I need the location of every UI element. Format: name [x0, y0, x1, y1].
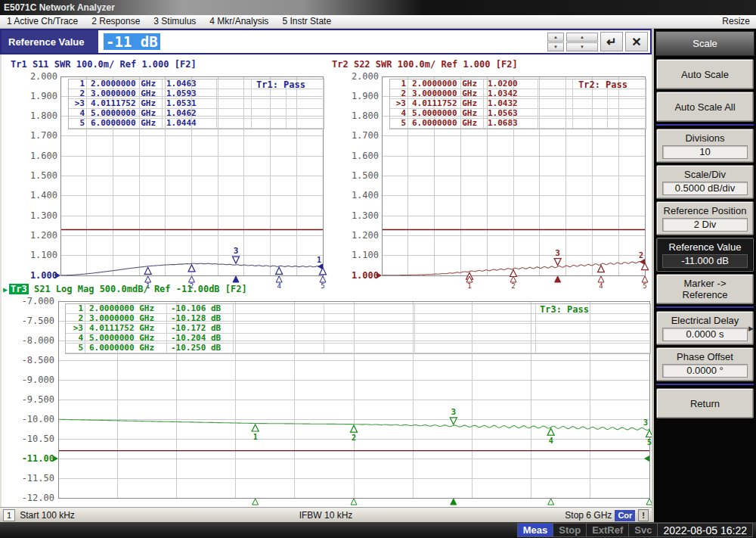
active-trace-arrow-icon: ▶	[3, 285, 8, 294]
tr2-marker-5-triangle[interactable]	[642, 263, 649, 270]
tr3-right-edge-arrow-icon	[644, 456, 649, 462]
menu-item-2[interactable]: 2 Response	[85, 15, 147, 28]
tr2-marker-5-axis-label: 5	[643, 282, 646, 290]
tr2-marker-2-axis-indicator	[510, 276, 516, 282]
menu-item-3[interactable]: 3 Stimulus	[147, 15, 203, 28]
tr2-trace-name: Tr2	[332, 59, 349, 70]
menu-bar: 1 Active Ch/Trace2 Response3 Stimulus4 M…	[0, 15, 756, 29]
tr1-marker-row-5-empty	[252, 119, 287, 129]
tr2-marker-2-axis-label: 2	[511, 282, 515, 290]
softkey-phase-offset[interactable]: Phase Offset0.0000 °	[656, 347, 754, 381]
tr1-marker-row-3-number: >3	[69, 99, 87, 109]
tr3-marker-2-triangle[interactable]	[351, 425, 358, 432]
tr1-y-axis-tick: 1.800	[5, 111, 57, 121]
tr1-marker-1-triangle[interactable]	[144, 267, 151, 274]
softkey-auto-scale[interactable]: Auto Scale	[656, 59, 754, 89]
tr2-marker-3-axis-indicator	[555, 276, 561, 282]
tr2-marker-4-triangle[interactable]	[598, 266, 605, 272]
entry-enter-button[interactable]: ↵	[600, 32, 623, 51]
chart-area: 112345212345312345 Tr1 S11 SWR 100.0m/ R…	[0, 54, 652, 507]
step-up-small-button[interactable]: ▲	[547, 33, 564, 42]
tr1-marker-row-5-frequency: 6.0000000 GHz	[87, 119, 163, 129]
softkey-value: 0.0000 s	[662, 328, 748, 341]
tr2-marker-row-4-empty	[538, 109, 573, 119]
tr1-marker-4-axis-indicator	[276, 276, 282, 282]
menu-item-1[interactable]: 1 Active Ch/Trace	[0, 15, 85, 28]
tr3-marker-row-3-frequency: 4.0111752 GHz	[85, 324, 167, 334]
entry-close-button[interactable]: ✕	[625, 32, 648, 51]
tr3-marker-3-triangle[interactable]	[450, 418, 457, 424]
tr3-y-axis-tick: -12.00	[3, 493, 54, 503]
tr2-marker-row-3-empty	[573, 99, 608, 109]
tr2-marker-row-5-empty	[538, 119, 573, 129]
tr3-header[interactable]: ▶Tr3 S21 Log Mag 500.0mdB/ Ref -11.00dB …	[3, 284, 247, 294]
tr3-marker-row-3-empty	[415, 324, 536, 334]
tr1-marker-row-2-value: 1.0593	[163, 89, 217, 99]
tr1-marker-row-4-frequency: 5.0000000 GHz	[87, 109, 163, 119]
tr1-marker-2-triangle[interactable]	[188, 265, 195, 272]
softkey-reference-position[interactable]: Reference Position2 Div	[656, 201, 754, 235]
softkey-marker-reference[interactable]: Marker -> Reference	[656, 274, 754, 304]
softkey-divisions[interactable]: Divisions10	[656, 129, 754, 163]
tr1-marker-row-5-number: 5	[69, 119, 87, 129]
softkey-value: -11.000 dB	[662, 254, 748, 268]
tr1-trace-number-indicator: 1	[317, 256, 321, 264]
tr3-marker-row-1-value: -10.106 dB	[167, 304, 234, 314]
tr2-y-axis-tick: 1.300	[326, 211, 379, 221]
reference-value-input[interactable]: -11 dB	[98, 30, 547, 53]
tr2-marker-row-2-empty	[538, 89, 573, 99]
tr3-header-text: S21 Log Mag 500.0mdB/ Ref -11.00dB [F2]	[29, 284, 247, 294]
softkey-auto-scale-all[interactable]: Auto Scale All	[656, 92, 754, 122]
tr3-marker-row-1-empty	[234, 304, 324, 314]
tr1-marker-row-5-empty	[287, 119, 324, 129]
tr1-marker-row-2-number: 2	[69, 89, 87, 99]
tr1-header[interactable]: Tr1 S11 SWR 100.0m/ Ref 1.000 [F2]	[11, 59, 197, 70]
tr2-trace-number-indicator: 2	[639, 251, 643, 260]
tr3-marker-row-2-empty	[415, 314, 536, 324]
softkey-electrical-delay[interactable]: Electrical Delay0.0000 s▶	[656, 311, 754, 345]
step-down-small-button[interactable]: ▼	[547, 42, 564, 51]
softkey-return[interactable]: Return	[656, 388, 754, 418]
tr2-marker-row-2-frequency: 3.0000000 GHz	[408, 89, 484, 99]
step-up-large-button[interactable]: ▲	[566, 33, 598, 42]
coarse-stepper: ▲ ▼	[566, 33, 598, 51]
tr3-y-axis-tick: -10.50	[3, 434, 54, 444]
tr2-header[interactable]: Tr2 S22 SWR 100.0m/ Ref 1.000 [F2]	[332, 59, 518, 70]
svc-indicator: Svc	[628, 524, 657, 536]
tr3-pass-status: Tr3: Pass	[540, 304, 589, 315]
entry-value-selected-text[interactable]: -11 dB	[104, 33, 160, 50]
tr2-y-axis-tick: 2.000	[326, 72, 379, 82]
tr2-y-axis-tick: 1.100	[326, 250, 379, 260]
menu-item-5[interactable]: 5 Instr State	[275, 15, 338, 28]
tr3-marker-row-2-empty	[536, 314, 650, 324]
tr3-marker-4-triangle[interactable]	[547, 428, 554, 435]
tr1-marker-row-1-empty	[217, 79, 252, 89]
tr3-marker-1-triangle[interactable]	[252, 424, 259, 431]
tr1-marker-row-4-empty	[287, 109, 324, 119]
entry-controls: ▲ ▼ ▲ ▼ ↵ ✕	[547, 30, 650, 53]
tr1-marker-4-triangle[interactable]	[276, 267, 283, 274]
tr2-marker-3-triangle[interactable]	[554, 259, 561, 266]
tr2-marker-row-2-empty	[573, 89, 608, 99]
menu-item-4[interactable]: 4 Mkr/Analysis	[203, 15, 275, 28]
tr3-marker-row-1-frequency: 2.0000000 GHz	[85, 304, 167, 314]
tr1-y-axis-tick: 1.200	[5, 231, 57, 241]
tr2-y-axis-tick: 1.600	[326, 151, 379, 161]
tr3-marker-row-4-empty	[234, 334, 324, 344]
tr1-header-text: S11 SWR 100.0m/ Ref 1.000 [F2]	[27, 59, 197, 70]
softkey-label: Reference Value	[669, 241, 742, 253]
softkey-label: Phase Offset	[677, 351, 733, 362]
tr3-marker-row-2-value: -10.128 dB	[167, 314, 234, 324]
tr3-marker-row-3-empty	[234, 324, 324, 334]
tr1-y-axis-tick: 2.000	[5, 72, 57, 82]
tr1-marker-3-triangle[interactable]	[232, 257, 239, 263]
datetime-display: 2022-08-05 16:22	[657, 524, 752, 536]
step-down-large-button[interactable]: ▼	[566, 42, 598, 51]
tr1-marker-2-axis-indicator	[189, 276, 195, 282]
softkey-scale-div[interactable]: Scale/Div0.5000 dB/div	[656, 165, 754, 199]
menu-item-resize[interactable]: Resize	[716, 15, 756, 28]
tr2-y-axis-tick: 1.200	[326, 231, 379, 241]
softkey-group-separator	[656, 124, 754, 126]
softkey-label: Reference Position	[664, 205, 747, 216]
softkey-reference-value[interactable]: Reference Value-11.000 dB	[656, 238, 754, 272]
